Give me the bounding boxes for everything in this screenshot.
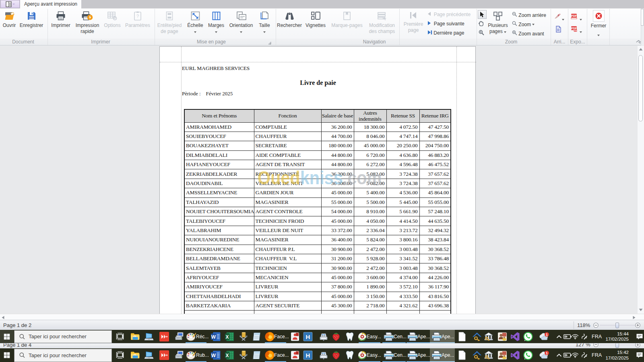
svg-text:X: X [225,334,229,339]
svg-text:1: 1 [546,333,548,337]
svg-text:PDF: PDF [571,14,577,17]
svg-text:H: H [306,352,310,359]
svg-text:W: W [211,353,216,358]
svg-text:1: 1 [546,351,548,355]
svg-text:PDF: PDF [571,27,577,30]
svg-text:X: X [225,353,229,358]
svg-text:W: W [211,334,216,339]
svg-text:?: ? [136,14,139,19]
svg-text:H: H [306,333,310,340]
